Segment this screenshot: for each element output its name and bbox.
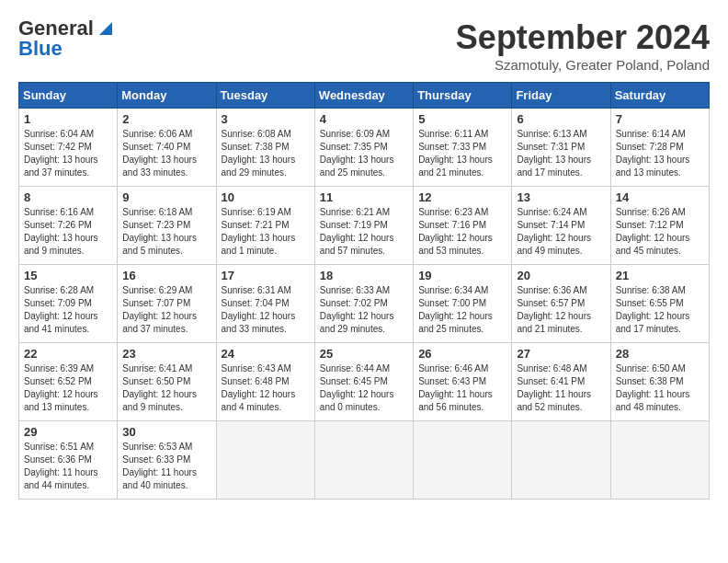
calendar-cell: 5 Sunrise: 6:11 AMSunset: 7:33 PMDayligh… xyxy=(414,109,512,187)
logo-text-blue: Blue xyxy=(18,37,63,60)
day-info: Sunrise: 6:41 AMSunset: 6:50 PMDaylight:… xyxy=(122,362,210,414)
location: Szamotuly, Greater Poland, Poland xyxy=(456,57,710,73)
weekday-header-row: SundayMondayTuesdayWednesdayThursdayFrid… xyxy=(19,83,710,109)
calendar-cell: 23 Sunrise: 6:41 AMSunset: 6:50 PMDaylig… xyxy=(118,343,216,421)
weekday-header-friday: Friday xyxy=(512,83,610,109)
day-number: 19 xyxy=(418,269,506,282)
weekday-header-saturday: Saturday xyxy=(610,83,709,109)
day-number: 30 xyxy=(122,425,210,439)
day-number: 24 xyxy=(222,347,310,361)
calendar-cell: 16 Sunrise: 6:29 AMSunset: 7:07 PMDaylig… xyxy=(118,265,216,343)
week-row-1: 1 Sunrise: 6:04 AMSunset: 7:42 PMDayligh… xyxy=(19,109,710,187)
day-info: Sunrise: 6:31 AMSunset: 7:04 PMDaylight:… xyxy=(222,284,310,336)
calendar-cell: 12 Sunrise: 6:23 AMSunset: 7:16 PMDaylig… xyxy=(414,187,512,265)
calendar-cell: 11 Sunrise: 6:21 AMSunset: 7:19 PMDaylig… xyxy=(314,187,413,265)
day-number: 15 xyxy=(24,269,112,282)
day-number: 27 xyxy=(517,347,605,361)
calendar-cell: 30 Sunrise: 6:53 AMSunset: 6:33 PMDaylig… xyxy=(118,421,216,500)
day-info: Sunrise: 6:29 AMSunset: 7:07 PMDaylight:… xyxy=(122,284,210,336)
weekday-header-monday: Monday xyxy=(118,83,216,109)
day-number: 29 xyxy=(24,425,112,439)
calendar-cell: 4 Sunrise: 6:09 AMSunset: 7:35 PMDayligh… xyxy=(314,109,413,187)
day-number: 2 xyxy=(122,112,210,126)
calendar-cell: 2 Sunrise: 6:06 AMSunset: 7:40 PMDayligh… xyxy=(118,109,216,187)
svg-marker-0 xyxy=(99,22,112,35)
day-number: 13 xyxy=(517,190,605,204)
day-number: 4 xyxy=(320,112,408,126)
day-number: 6 xyxy=(517,112,605,126)
day-number: 18 xyxy=(320,269,408,282)
day-number: 25 xyxy=(320,347,408,361)
calendar-cell xyxy=(512,421,610,500)
day-number: 14 xyxy=(616,190,704,204)
day-info: Sunrise: 6:23 AMSunset: 7:16 PMDaylight:… xyxy=(418,206,506,258)
calendar-cell: 25 Sunrise: 6:44 AMSunset: 6:45 PMDaylig… xyxy=(314,343,413,421)
day-number: 10 xyxy=(222,190,310,204)
day-info: Sunrise: 6:14 AMSunset: 7:28 PMDaylight:… xyxy=(616,128,704,179)
day-info: Sunrise: 6:24 AMSunset: 7:14 PMDaylight:… xyxy=(517,206,605,258)
calendar-cell xyxy=(216,421,314,500)
week-row-5: 29 Sunrise: 6:51 AMSunset: 6:36 PMDaylig… xyxy=(19,421,710,500)
calendar-cell: 6 Sunrise: 6:13 AMSunset: 7:31 PMDayligh… xyxy=(512,109,610,187)
week-row-3: 15 Sunrise: 6:28 AMSunset: 7:09 PMDaylig… xyxy=(19,265,710,343)
day-info: Sunrise: 6:13 AMSunset: 7:31 PMDaylight:… xyxy=(517,128,605,179)
day-number: 11 xyxy=(320,190,408,204)
day-number: 28 xyxy=(616,347,704,361)
calendar-cell: 14 Sunrise: 6:26 AMSunset: 7:12 PMDaylig… xyxy=(610,187,709,265)
month-title: September 2024 xyxy=(456,18,710,57)
day-number: 12 xyxy=(418,190,506,204)
calendar-cell: 1 Sunrise: 6:04 AMSunset: 7:42 PMDayligh… xyxy=(19,109,118,187)
calendar-table: SundayMondayTuesdayWednesdayThursdayFrid… xyxy=(18,82,710,500)
day-info: Sunrise: 6:44 AMSunset: 6:45 PMDaylight:… xyxy=(320,362,408,414)
day-info: Sunrise: 6:43 AMSunset: 6:48 PMDaylight:… xyxy=(222,362,310,414)
day-number: 23 xyxy=(122,347,210,361)
calendar-cell: 20 Sunrise: 6:36 AMSunset: 6:57 PMDaylig… xyxy=(512,265,610,343)
calendar-cell: 8 Sunrise: 6:16 AMSunset: 7:26 PMDayligh… xyxy=(19,187,118,265)
day-number: 22 xyxy=(24,347,112,361)
day-info: Sunrise: 6:51 AMSunset: 6:36 PMDaylight:… xyxy=(24,441,112,492)
day-info: Sunrise: 6:16 AMSunset: 7:26 PMDaylight:… xyxy=(24,206,112,258)
day-number: 3 xyxy=(222,112,310,126)
calendar-cell: 24 Sunrise: 6:43 AMSunset: 6:48 PMDaylig… xyxy=(216,343,314,421)
day-number: 8 xyxy=(24,190,112,204)
logo-triangle-icon xyxy=(96,18,116,39)
calendar-cell: 15 Sunrise: 6:28 AMSunset: 7:09 PMDaylig… xyxy=(19,265,118,343)
calendar-cell: 29 Sunrise: 6:51 AMSunset: 6:36 PMDaylig… xyxy=(19,421,118,500)
logo-text-general: General xyxy=(18,18,94,39)
day-info: Sunrise: 6:06 AMSunset: 7:40 PMDaylight:… xyxy=(122,128,210,179)
calendar-cell: 9 Sunrise: 6:18 AMSunset: 7:23 PMDayligh… xyxy=(118,187,216,265)
day-info: Sunrise: 6:38 AMSunset: 6:55 PMDaylight:… xyxy=(616,284,704,336)
day-info: Sunrise: 6:28 AMSunset: 7:09 PMDaylight:… xyxy=(24,284,112,336)
day-info: Sunrise: 6:09 AMSunset: 7:35 PMDaylight:… xyxy=(320,128,408,179)
day-info: Sunrise: 6:18 AMSunset: 7:23 PMDaylight:… xyxy=(122,206,210,258)
day-info: Sunrise: 6:39 AMSunset: 6:52 PMDaylight:… xyxy=(24,362,112,414)
day-number: 9 xyxy=(122,190,210,204)
day-number: 16 xyxy=(122,269,210,282)
page-header: General Blue September 2024 Szamotuly, G… xyxy=(18,18,710,73)
day-number: 1 xyxy=(24,112,112,126)
day-info: Sunrise: 6:11 AMSunset: 7:33 PMDaylight:… xyxy=(418,128,506,179)
day-info: Sunrise: 6:48 AMSunset: 6:41 PMDaylight:… xyxy=(517,362,605,414)
calendar-cell: 27 Sunrise: 6:48 AMSunset: 6:41 PMDaylig… xyxy=(512,343,610,421)
day-info: Sunrise: 6:53 AMSunset: 6:33 PMDaylight:… xyxy=(122,441,210,492)
calendar-cell: 19 Sunrise: 6:34 AMSunset: 7:00 PMDaylig… xyxy=(414,265,512,343)
day-info: Sunrise: 6:36 AMSunset: 6:57 PMDaylight:… xyxy=(517,284,605,336)
calendar-cell xyxy=(314,421,413,500)
day-info: Sunrise: 6:50 AMSunset: 6:38 PMDaylight:… xyxy=(616,362,704,414)
day-info: Sunrise: 6:04 AMSunset: 7:42 PMDaylight:… xyxy=(24,128,112,179)
calendar-cell xyxy=(610,421,709,500)
day-info: Sunrise: 6:34 AMSunset: 7:00 PMDaylight:… xyxy=(418,284,506,336)
calendar-cell: 22 Sunrise: 6:39 AMSunset: 6:52 PMDaylig… xyxy=(19,343,118,421)
calendar-cell xyxy=(414,421,512,500)
day-info: Sunrise: 6:26 AMSunset: 7:12 PMDaylight:… xyxy=(616,206,704,258)
day-number: 26 xyxy=(418,347,506,361)
week-row-4: 22 Sunrise: 6:39 AMSunset: 6:52 PMDaylig… xyxy=(19,343,710,421)
day-info: Sunrise: 6:19 AMSunset: 7:21 PMDaylight:… xyxy=(222,206,310,258)
calendar-cell: 13 Sunrise: 6:24 AMSunset: 7:14 PMDaylig… xyxy=(512,187,610,265)
day-number: 7 xyxy=(616,112,704,126)
day-number: 20 xyxy=(517,269,605,282)
calendar-cell: 7 Sunrise: 6:14 AMSunset: 7:28 PMDayligh… xyxy=(610,109,709,187)
calendar-cell: 3 Sunrise: 6:08 AMSunset: 7:38 PMDayligh… xyxy=(216,109,314,187)
calendar-cell: 10 Sunrise: 6:19 AMSunset: 7:21 PMDaylig… xyxy=(216,187,314,265)
weekday-header-sunday: Sunday xyxy=(19,83,118,109)
